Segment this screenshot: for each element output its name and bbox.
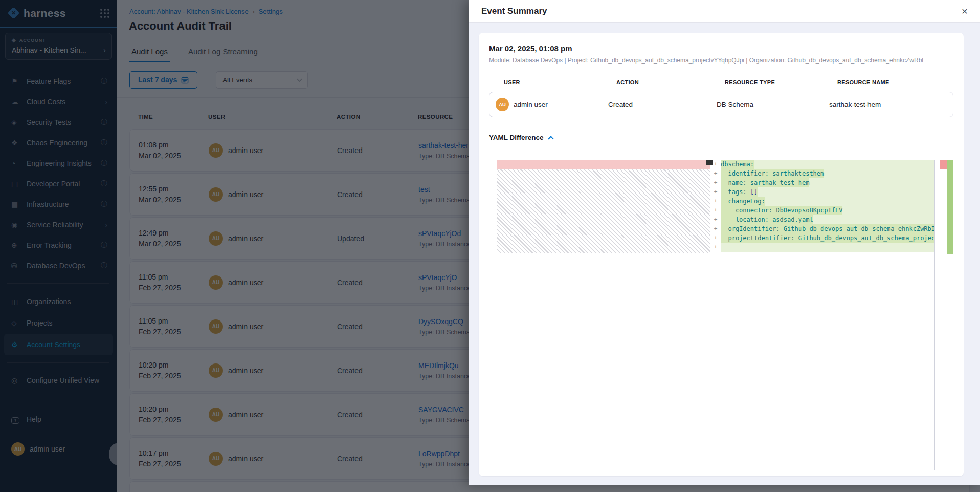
col-resource-type: RESOURCE TYPE xyxy=(725,79,837,85)
app-root: ✕ harness ◈ ACCOUNT Abhinav - Kitchen Si… xyxy=(0,0,980,492)
diff-insert-gutter: + xyxy=(710,215,721,224)
event-table-row: AU admin user Created DB Schema sarthak-… xyxy=(489,92,953,117)
yaml-difference-label: YAML Difference xyxy=(489,134,544,141)
diff-code-border xyxy=(934,160,935,470)
diff-inserted-line: + projectIdentifier: Github_db_devops_au… xyxy=(710,233,934,243)
diff-insert-gutter: + xyxy=(710,233,721,243)
close-icon[interactable]: × xyxy=(959,5,971,17)
diff-inserted-line: + xyxy=(710,243,934,252)
yaml-difference-toggle[interactable]: YAML Difference xyxy=(489,134,571,141)
event-summary-drawer: Event Summary × Mar 02, 2025, 01:08 pm M… xyxy=(469,0,980,485)
drawer-body: Mar 02, 2025, 01:08 pm Module: Database … xyxy=(469,23,980,485)
diff-inserted-line: + orgIdentifier: Github_db_devops_aut_db… xyxy=(710,224,934,233)
event-timestamp: Mar 02, 2025, 01:08 pm xyxy=(489,44,953,53)
drawer-header: Event Summary × xyxy=(469,0,980,23)
event-resource-name: sarthak-test-hem xyxy=(829,101,953,109)
diff-inserted-line: + tags: [] xyxy=(710,187,934,197)
diff-inserted-line: + dbschema: xyxy=(710,160,934,169)
yaml-diff-editor: − + dbschema: xyxy=(489,160,953,476)
event-card: Mar 02, 2025, 01:08 pm Module: Database … xyxy=(479,33,964,476)
diff-inserted-line: + location: asdsad.yaml xyxy=(710,215,934,224)
diff-original-pane: − xyxy=(489,160,710,476)
diff-empty-region xyxy=(497,169,710,253)
overview-ruler-insert-marker xyxy=(947,160,953,254)
diff-inserted-line: + connector: DbDevopsoBKpcpIfEV xyxy=(710,206,934,215)
event-table-header: USER ACTION RESOURCE TYPE RESOURCE NAME xyxy=(489,79,953,85)
col-action: ACTION xyxy=(616,79,725,85)
event-action: Created xyxy=(608,101,717,109)
diff-insert-gutter: + xyxy=(710,224,721,233)
diff-insert-gutter: + xyxy=(710,243,721,252)
diff-insert-gutter: + xyxy=(710,197,721,206)
diff-delete-gutter: − xyxy=(489,160,497,169)
diff-insert-gutter: + xyxy=(710,178,721,187)
col-user: USER xyxy=(504,79,616,85)
diff-deleted-line xyxy=(497,160,710,169)
event-user: admin user xyxy=(514,101,548,109)
event-resource-type: DB Schema xyxy=(717,101,829,109)
diff-inserted-line: + name: sarthak-test-hem xyxy=(710,178,934,187)
diff-inserted-line: + identifier: sarthaktesthem xyxy=(710,169,934,178)
diff-insert-gutter: + xyxy=(710,187,721,197)
overview-ruler-delete-marker xyxy=(940,160,947,169)
col-resource-name: RESOURCE NAME xyxy=(837,79,953,85)
diff-resize-sash[interactable] xyxy=(706,160,713,165)
avatar: AU xyxy=(496,98,509,111)
diff-insert-gutter: + xyxy=(710,169,721,178)
diff-insert-gutter: + xyxy=(710,206,721,215)
event-meta: Module: Database DevOps | Project: Githu… xyxy=(489,57,953,64)
diff-modified-pane[interactable]: + dbschema: + identifier: sarthaktesthem… xyxy=(710,160,934,476)
diff-inserted-line: + changeLog: xyxy=(710,197,934,206)
drawer-title: Event Summary xyxy=(481,6,959,16)
chevron-up-icon xyxy=(548,136,553,141)
